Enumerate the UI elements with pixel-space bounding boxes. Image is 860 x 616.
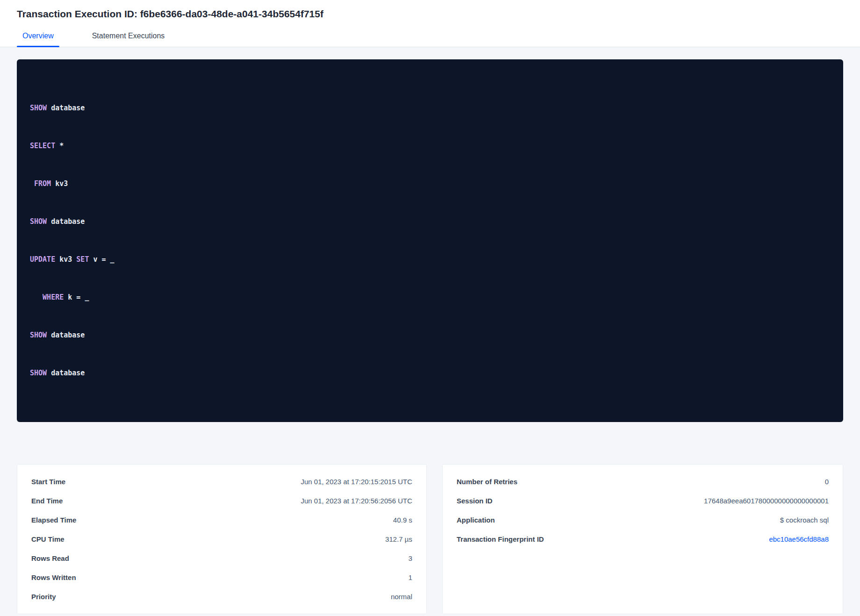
- summary-label: Number of Retries: [457, 478, 517, 486]
- summary-row: Session ID17648a9eea60178000000000000000…: [457, 491, 829, 510]
- summary-label: Start Time: [31, 478, 65, 486]
- summary-cards: Start TimeJun 01, 2023 at 17:20:15:2015 …: [17, 464, 843, 614]
- summary-label: Application: [457, 516, 495, 524]
- execution-summary-card: Start TimeJun 01, 2023 at 17:20:15:2015 …: [17, 464, 427, 614]
- summary-value: 17648a9eea6017800000000000000001: [704, 497, 829, 505]
- sql-statements-box: SHOW database SELECT * FROM kv3 SHOW dat…: [17, 59, 843, 422]
- summary-row: End TimeJun 01, 2023 at 17:20:56:2056 UT…: [31, 491, 412, 510]
- summary-value: 3: [408, 554, 412, 562]
- summary-value: 1: [408, 573, 412, 581]
- summary-value: normal: [391, 593, 412, 601]
- tab-statement-executions[interactable]: Statement Executions: [86, 32, 171, 47]
- main-content: SHOW database SELECT * FROM kv3 SHOW dat…: [0, 47, 860, 616]
- summary-row: Rows Read3: [31, 549, 412, 568]
- summary-label: Elapsed Time: [31, 516, 76, 524]
- summary-row: Transaction Fingerprint IDebc10ae56cfd88…: [457, 530, 829, 549]
- sql-line: SHOW database: [30, 215, 830, 228]
- summary-row: CPU Time312.7 µs: [31, 530, 412, 549]
- summary-label: CPU Time: [31, 535, 64, 543]
- sql-line: SHOW database: [30, 102, 830, 115]
- sql-line: SHOW database: [30, 329, 830, 342]
- sql-line: WHERE k = _: [30, 291, 830, 304]
- transaction-fingerprint-link[interactable]: ebc10ae56cfd88a8: [769, 535, 829, 543]
- summary-label: End Time: [31, 497, 63, 505]
- tabs: Overview Statement Executions: [17, 32, 843, 47]
- tab-overview[interactable]: Overview: [17, 32, 59, 47]
- summary-label: Session ID: [457, 497, 493, 505]
- summary-value: $ cockroach sql: [780, 516, 829, 524]
- sql-line: SHOW database: [30, 367, 830, 380]
- sql-line: SELECT *: [30, 140, 830, 152]
- summary-value: 0: [825, 478, 829, 486]
- summary-value: Jun 01, 2023 at 17:20:56:2056 UTC: [301, 497, 412, 505]
- page-title: Transaction Execution ID: f6be6366-da03-…: [17, 8, 843, 20]
- sql-line: FROM kv3: [30, 178, 830, 190]
- summary-label: Priority: [31, 593, 56, 601]
- summary-label: Transaction Fingerprint ID: [457, 535, 544, 543]
- summary-row: Start TimeJun 01, 2023 at 17:20:15:2015 …: [31, 472, 412, 491]
- session-summary-card: Number of Retries0 Session ID17648a9eea6…: [442, 464, 843, 614]
- summary-row: Prioritynormal: [31, 587, 412, 606]
- summary-row: Number of Retries0: [457, 472, 829, 491]
- summary-row: Elapsed Time40.9 s: [31, 510, 412, 530]
- sql-line: UPDATE kv3 SET v = _: [30, 253, 830, 266]
- summary-value: 40.9 s: [393, 516, 412, 524]
- page-header: Transaction Execution ID: f6be6366-da03-…: [0, 0, 860, 47]
- summary-value: 312.7 µs: [385, 535, 412, 543]
- summary-label: Rows Written: [31, 573, 76, 581]
- summary-label: Rows Read: [31, 554, 69, 562]
- summary-value: Jun 01, 2023 at 17:20:15:2015 UTC: [301, 478, 412, 486]
- summary-row: Rows Written1: [31, 568, 412, 587]
- summary-row: Application$ cockroach sql: [457, 510, 829, 530]
